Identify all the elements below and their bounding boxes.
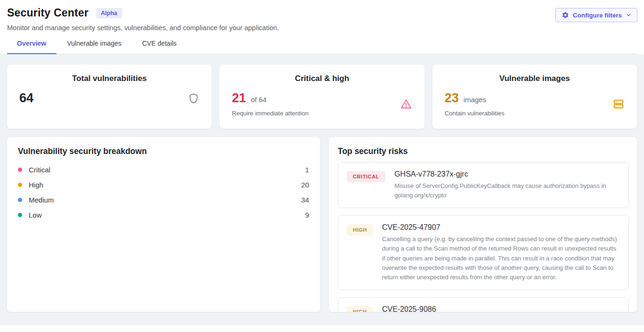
vulnerable-images-description: Contain vulnerabilities (445, 110, 505, 117)
risk-card-cve-2025-9086[interactable]: HIGH CVE-2025-9086 (338, 297, 629, 312)
stat-card-total-vulnerabilities: Total vulnerabilities 64 (7, 64, 212, 129)
low-dot (18, 213, 22, 217)
stat-title: Vulnerable images (445, 74, 625, 83)
breakdown-row-high: High 20 (18, 177, 309, 192)
stat-card-critical-high: Critical & high 21 of 64 Require immedia… (219, 64, 424, 129)
breakdown-value: 9 (305, 211, 309, 219)
severity-badge-high: HIGH (347, 306, 373, 312)
vulnerable-images-suffix: images (464, 96, 486, 104)
page-header: Security Center Alpha Configure filters … (0, 0, 644, 54)
breakdown-label: High (29, 181, 301, 189)
tab-vulnerable-images[interactable]: Vulnerable images (57, 40, 131, 54)
risk-id: CVE-2025-9086 (382, 305, 620, 312)
breakdown-label: Low (29, 211, 305, 219)
severity-badge-high: HIGH (347, 224, 373, 235)
total-vulnerabilities-value: 64 (19, 91, 33, 105)
breakdown-value: 20 (301, 181, 309, 189)
page-subtitle: Monitor and manage security settings, vu… (7, 24, 637, 32)
tab-overview[interactable]: Overview (7, 40, 57, 54)
high-dot (18, 183, 22, 187)
tab-bar: Overview Vulnerable images CVE details (7, 40, 637, 54)
top-security-risks-panel: Top security risks CRITICAL GHSA-v778-23… (328, 137, 637, 312)
page-title: Security Center (7, 7, 89, 19)
breakdown-row-low: Low 9 (18, 207, 309, 222)
stat-card-vulnerable-images: Vulnerable images 23 images Contain vuln… (432, 64, 637, 129)
alpha-badge: Alpha (96, 8, 122, 18)
risk-id: CVE-2025-47907 (382, 223, 620, 232)
risk-card-cve-2025-47907[interactable]: HIGH CVE-2025-47907 Cancelling a query (… (338, 215, 629, 290)
tab-cve-details[interactable]: CVE details (132, 40, 187, 54)
vulnerability-breakdown-panel: Vulnerability security breakdown Critica… (7, 137, 320, 312)
critical-high-suffix: of 64 (251, 96, 266, 104)
critical-high-value: 21 (232, 91, 246, 105)
stats-row: Total vulnerabilities 64 Critical & high… (7, 64, 637, 129)
panels-row: Vulnerability security breakdown Critica… (7, 137, 637, 312)
configure-filters-button[interactable]: Configure filters (555, 8, 637, 22)
breakdown-list: Critical 1 High 20 Medium 34 Low 9 (18, 162, 309, 222)
breakdown-label: Medium (29, 196, 301, 204)
critical-dot (18, 168, 22, 172)
critical-high-description: Require immediate attention (232, 110, 309, 117)
content-area: Total vulnerabilities 64 Critical & high… (0, 54, 644, 325)
breakdown-value: 1 (305, 166, 309, 174)
warning-triangle-icon (400, 98, 412, 110)
medium-dot (18, 198, 22, 202)
breakdown-value: 34 (301, 196, 309, 204)
risk-description: Cancelling a query (e.g. by cancelling t… (382, 235, 620, 282)
breakdown-panel-title: Vulnerability security breakdown (18, 146, 309, 156)
severity-badge-critical: CRITICAL (347, 171, 385, 182)
chevron-down-icon (626, 12, 631, 18)
server-stack-icon (612, 98, 625, 110)
risk-description: Misuse of ServerConfig.PublicKeyCallback… (394, 181, 620, 200)
risk-list: CRITICAL GHSA-v778-237x-gjrc Misuse of S… (338, 162, 629, 312)
breakdown-row-critical: Critical 1 (18, 162, 309, 177)
risks-panel-title: Top security risks (338, 146, 629, 156)
breakdown-label: Critical (29, 166, 305, 174)
vulnerable-images-value: 23 (445, 91, 459, 105)
shield-icon (188, 93, 199, 104)
stat-title: Total vulnerabilities (19, 74, 199, 83)
gear-icon (562, 11, 569, 19)
risk-card-ghsa-v778-237x-gjrc[interactable]: CRITICAL GHSA-v778-237x-gjrc Misuse of S… (338, 162, 629, 208)
configure-filters-label: Configure filters (573, 12, 622, 19)
breakdown-row-medium: Medium 34 (18, 192, 309, 207)
risk-id: GHSA-v778-237x-gjrc (394, 170, 620, 178)
stat-title: Critical & high (232, 74, 412, 83)
